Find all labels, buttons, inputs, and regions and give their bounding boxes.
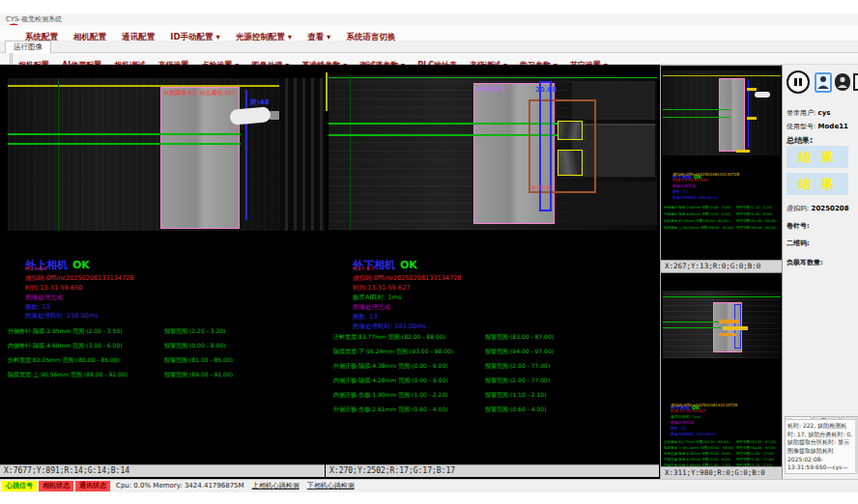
green-vertical-guideline [350,75,351,230]
alarm-range: 报警范围:(2.00 - 77.00) [485,362,550,371]
alarm-range: 报警范围:(94.00 - 97.00) [485,348,554,356]
time-line: 时间:13-31-59-627 [353,284,410,293]
camera-status-badge: 相机状态 [39,481,73,491]
mini-cost: 图像处理耗时: 258.00ms [672,195,718,200]
mini-panel-bottom[interactable]: 外下相机OK 虚拟码:0ffline2025020813313472B 时间:1… [661,272,782,479]
distance-annotation: 距:48 [250,98,270,107]
middle-camera-panel: AI检测区域 20.68 极耳区域 外下相机OK NG:0;B:0 虚拟码:0f… [326,65,660,479]
left-camera-image[interactable]: 灰度阈值:93, 动态阈值:100 距:48 [8,78,326,231]
mini-time: 时间:13-31-59-627 [671,408,706,413]
yellow-guideline [326,72,328,111]
mini-round: 圈数: 13 [672,189,688,194]
ng-counter: NG:0;B:0 [25,266,46,271]
tab-connector [229,106,271,126]
upper-camera-heartbeat-link[interactable]: 上相机心跳检测 [252,482,300,490]
middle-camera-image[interactable]: AI检测区域 20.68 极耳区域 [329,75,657,230]
window-titlebar: CYS-视觉检测系统 [0,14,858,25]
exit-door-icon [852,72,858,92]
tab-detect-box [558,150,583,176]
main-area: 灰度阈值:93, 动态阈值:100 距:48 外上相机OK NG:0;B:0 虚… [0,65,858,479]
status-bar: 心跳信号相机状态通讯状态Cpu: 0.0% Memory: 3424.41796… [0,479,858,492]
blue-measure-roi [539,81,552,211]
pixel-coordinate-bar: X:270;Y:2502;R:17;G:17;B:17 [326,464,659,477]
mini-done: 图像处理完成 [671,420,694,425]
mini-time: 时间:13-31-59-650 [672,178,708,182]
width-annotation: 20.68 [535,86,557,94]
needle-number-label: 卷针号: [786,221,810,231]
virtual-code-line: 虚拟码:0ffline2025020813313472B [25,274,134,283]
total-result-label: 总结果: [786,135,813,146]
ai-area-annotation: AI检测区域 [476,85,505,94]
mini-panel-column: 外上相机OK 虚拟码:0ffline2025020813313472B 时间:1… [660,65,782,479]
pixel-coordinate-bar: X:267;Y:13;R:0;G:0;B:0 [661,260,782,272]
cpu-memory-readout: Cpu: 0.0% Memory: 3424.41796875M [116,482,244,490]
login-user-button[interactable] [815,72,832,93]
camera-status: OK [400,259,417,271]
login-user-row: 登录用户: cys [786,108,830,118]
menu-bar: 系统配置 相机配置 通讯配置 ID手动配置 ▾ 光源控制配置 ▾ 查看 ▾ 系统… [0,25,858,41]
measurement-row: 外侧正极-负极:2.61mm 范围:(0.60 - 4.00) [333,406,448,414]
mini-cost: 图像处理耗时: 183.00ms [671,432,716,436]
right-sidebar: 登录用户: cys 使用型号: Mode11 总结果: 结 果 结 果 虚拟码:… [782,65,858,479]
exit-button[interactable] [852,72,858,92]
measurement-row: 内侧正极-负极:1.90mm 范围:(1.00 - 2.20) [333,391,448,400]
pixel-coordinate-bar: X:7677;Y:891;R:14;G:14;B:14 [0,464,325,477]
run-log-text: 耗时: 222, 缺陷检测耗时: 17, 缺陷分类耗时: 0, 缺陷提取分区耗时… [785,419,856,474]
measurement-row: 隔膜宽度-下:95.24mm 范围:(93.00 - 98.00) [333,348,453,356]
mini-vcode: 虚拟码:0ffline2025020813313472B [671,403,737,407]
ai-cost-line: 极耳AI耗时: 1ms [353,294,401,302]
round-count-line: 圈数: 13 [25,303,50,312]
comm-status-badge: 通讯状态 [75,481,110,491]
alarm-range: 报警范围:(81.00 - 85.00) [164,356,233,365]
process-done-line: 图像处理完成 [353,303,390,312]
alarm-range: 报警范围:(2.20 - 3.20) [164,327,225,336]
virtual-code-row: 虚拟码: 20250208 [786,204,849,213]
pixel-coordinate-bar: X:311;Y:980;R:0;G:0;B:0 [661,466,782,479]
green-vertical-guideline [58,78,59,231]
left-camera-panel: 灰度阈值:93, 动态阈值:100 距:48 外上相机OK NG:0;B:0 虚… [0,65,326,479]
process-done-line: 图像处理完成 [25,294,63,302]
toolbar: 相机配置 AI使用配置 相机调试 高级设置 点检设置 ▾ 图像处理 ▾ 基准线参… [0,53,858,65]
mini-top-image [663,70,781,155]
user-manage-button[interactable] [835,73,850,91]
model-row: 使用型号: Mode11 [786,122,848,131]
mini-panel-top[interactable]: 外上相机OK 虚拟码:0ffline2025020813313472B 时间:1… [661,66,782,272]
login-user-value: cys [818,109,831,117]
result-display-lower: 结 果 [786,173,848,195]
mini-round: 圈数: 13 [671,426,686,431]
virtual-code-value: 20250208 [812,205,849,212]
result-display-upper: 结 果 [786,146,848,168]
process-cost-line: 图像处理耗时: 183.00ms [353,322,426,331]
tab-connector [755,92,770,98]
alarm-range: 报警范围:(0.00 - 8.00) [164,342,225,350]
model-value: Mode11 [818,123,848,130]
person-icon [837,75,848,89]
qr-code-label: 二维码: [786,238,810,248]
mini-ai: 极耳AI耗时: 1ms [671,414,701,419]
mini-done: 图像处理完成 [672,183,696,188]
process-cost-line: 图像处理耗时: 258.00ms [25,312,99,321]
pause-icon [786,70,810,94]
membrane-roi [160,87,240,229]
tab-count-label: 负极耳数量: [786,258,823,267]
pause-button[interactable] [786,70,810,94]
measurement-row: 内侧正极-隔膜:4.28mm 范围:(0.00 - 9.00) [333,377,448,385]
mini-bottom-image [663,291,781,358]
alarm-range: 报警范围:(0.60 - 4.00) [485,406,546,414]
virtual-code-line: 虚拟码:0ffline2025020813313472B [353,274,462,283]
measurement-row: 隔膜宽度-上:90.56mm 范围:(88.00 - 92.00) [8,371,128,379]
green-guideline [8,133,241,135]
green-guideline [329,77,657,78]
ng-counter: NG:0;B:0 [353,266,374,271]
measurement-row: 内侧卷针-隔膜:4.60mm 范围:(3.00 - 6.00) [8,342,123,350]
alarm-range: 报警范围:(83.00 - 87.00) [485,333,554,342]
lower-camera-heartbeat-link[interactable]: 下相机心跳检测 [307,482,355,490]
time-line: 时间:13-31-59-650 [25,284,82,293]
tab-area-annotation: 极耳区域 [531,184,551,190]
tab-run-image[interactable]: 运行图像 [5,41,51,53]
tab-detect-box [558,121,583,140]
window-title: CYS-视觉检测系统 [6,15,62,23]
threshold-annotation: 灰度阈值:93, 动态阈值:100 [163,89,236,98]
measurement-row: 外侧正极-隔膜:4.38mm 范围:(0.00 - 9.00) [333,362,448,371]
mini-vcode: 虚拟码:0ffline2025020813313472B [672,172,739,177]
